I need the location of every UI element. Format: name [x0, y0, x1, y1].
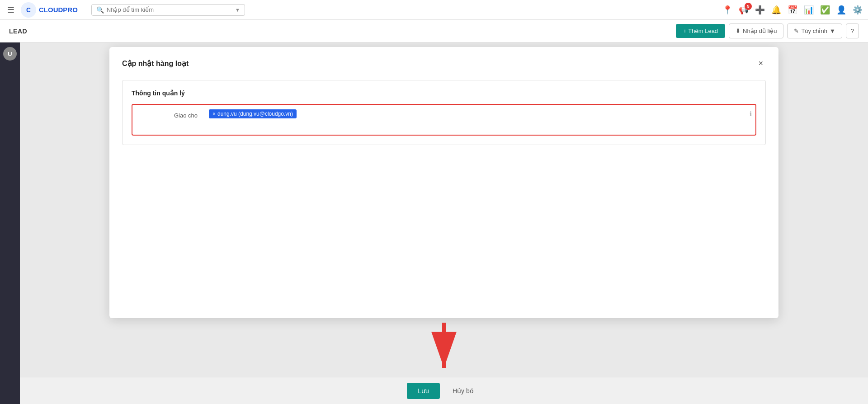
assign-to-label: Giao cho [132, 105, 205, 126]
notification-icon[interactable]: 📢 5 [739, 5, 749, 15]
import-icon: ⬇ [736, 28, 741, 34]
save-button[interactable]: Lưu [407, 383, 440, 399]
import-button[interactable]: ⬇ Nhập dữ liệu [729, 23, 783, 38]
user-icon[interactable]: 👤 [836, 5, 846, 15]
add-lead-label: + Thêm Lead [683, 28, 718, 34]
add-icon[interactable]: ➕ [755, 5, 765, 15]
navbar: ☰ C CLOUDPRO 🔍 ▼ 📍 📢 5 ➕ 🔔 📅 📊 ✅ 👤 ⚙️ [0, 0, 868, 20]
search-box[interactable]: 🔍 ▼ [91, 4, 245, 16]
assign-to-value-cell[interactable]: × dung.vu (dung.vu@cloudgo.vn) ℹ [205, 105, 755, 123]
navbar-icons: 📍 📢 5 ➕ 🔔 📅 📊 ✅ 👤 ⚙️ [722, 5, 863, 15]
tasks-icon[interactable]: ✅ [820, 5, 830, 15]
search-icon: 🔍 [96, 6, 104, 14]
customize-chevron-icon: ▼ [830, 28, 835, 34]
modal-close-button[interactable]: × [755, 58, 766, 69]
assigned-user-tag[interactable]: × dung.vu (dung.vu@cloudgo.vn) [209, 109, 297, 118]
assign-to-row: Giao cho × dung.vu (dung.vu@cloudgo.vn) … [132, 104, 756, 136]
help-button[interactable]: ? [846, 23, 859, 38]
page-title: LEAD [9, 28, 27, 35]
info-icon[interactable]: ℹ [750, 110, 752, 117]
notification-badge: 5 [745, 3, 752, 10]
svg-text:C: C [26, 6, 31, 14]
sidebar-avatar[interactable]: U [3, 47, 17, 61]
customize-button[interactable]: ✎ Tùy chỉnh ▼ [787, 23, 842, 38]
menu-icon[interactable]: ☰ [5, 3, 16, 17]
subheader: LEAD + Thêm Lead ⬇ Nhập dữ liệu ✎ Tùy ch… [0, 20, 868, 42]
chart-icon[interactable]: 📊 [804, 5, 814, 15]
bell-icon[interactable]: 🔔 [771, 5, 781, 15]
modal-title: Cập nhật hàng loạt [122, 59, 189, 68]
calendar-icon[interactable]: 📅 [788, 5, 797, 15]
content-area: Cập nhật hàng loạt × Thông tin quản lý G… [20, 42, 868, 404]
cancel-button[interactable]: Hủy bỏ [445, 383, 481, 399]
search-input[interactable] [107, 6, 232, 13]
logo-text: CLOUDPRO [39, 6, 78, 14]
subheader-actions: + Thêm Lead ⬇ Nhập dữ liệu ✎ Tùy chỉnh ▼… [676, 23, 859, 38]
logo-icon: C [21, 2, 36, 18]
logo: C CLOUDPRO [21, 2, 78, 18]
location-icon[interactable]: 📍 [722, 5, 732, 15]
help-label: ? [851, 28, 854, 34]
management-info-section: Thông tin quản lý Giao cho × dung.vu (du… [122, 80, 766, 145]
section-title: Thông tin quản lý [132, 89, 756, 97]
customize-icon: ✎ [794, 28, 799, 34]
modal-header: Cập nhật hàng loạt × [122, 58, 766, 69]
bottom-bar: Lưu Hủy bỏ [20, 377, 868, 404]
main-layout: U Cập nhật hàng loạt × Thông tin quản lý [0, 42, 868, 404]
modal: Cập nhật hàng loạt × Thông tin quản lý G… [109, 47, 778, 318]
add-lead-button[interactable]: + Thêm Lead [676, 24, 725, 38]
tag-remove-icon[interactable]: × [212, 111, 216, 117]
left-sidebar: U [0, 42, 20, 404]
arrow-svg [426, 323, 462, 377]
tag-text: dung.vu (dung.vu@cloudgo.vn) [217, 111, 293, 117]
search-chevron-icon: ▼ [235, 7, 240, 13]
customize-label: Tùy chỉnh [801, 28, 827, 34]
import-label: Nhập dữ liệu [743, 28, 777, 34]
settings-icon[interactable]: ⚙️ [853, 5, 863, 15]
arrow-pointer [426, 323, 462, 377]
close-icon: × [758, 59, 763, 68]
